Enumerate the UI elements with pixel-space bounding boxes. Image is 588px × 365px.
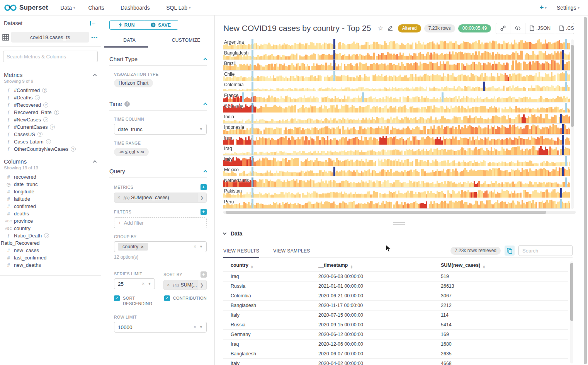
groupby-select[interactable]: country × × ▼: [114, 241, 207, 252]
horizon-row[interactable]: Iran: [223, 135, 570, 145]
column-item[interactable]: # new_deaths ?: [0, 261, 101, 269]
help-icon[interactable]: ?: [42, 88, 47, 93]
settings-menu[interactable]: Settings ▾: [557, 5, 580, 11]
table-row[interactable]: Bangladesh 2020-06-07 00:00:00 2635: [223, 349, 568, 358]
expand-sortby-icon[interactable]: ❯: [197, 280, 206, 290]
help-icon[interactable]: ?: [35, 95, 40, 100]
horizon-row[interactable]: Pakistan: [223, 188, 570, 198]
horizon-row[interactable]: Colombia: [223, 81, 570, 92]
horizon-row[interactable]: Iraq: [223, 145, 570, 156]
metric-item[interactable]: ƒ #NewCases ?: [0, 116, 101, 123]
metric-item[interactable]: ƒ #Recovered ?: [0, 101, 101, 109]
horizon-row[interactable]: Peru: [223, 198, 570, 209]
dataset-name[interactable]: covid19.cases_ts: [11, 32, 89, 43]
nav-item[interactable]: SQL Lab ▾: [166, 5, 190, 11]
horizon-chart[interactable]: ArgentinaBangladeshBrazilChileColombiaFr…: [223, 39, 570, 209]
horizon-row[interactable]: Argentina: [223, 39, 570, 49]
metric-item[interactable]: ƒ Cases Latam ?: [0, 138, 101, 145]
column-item[interactable]: ƒ Ratio_Death ?: [0, 232, 101, 239]
collapse-panel-icon[interactable]: ←: [90, 21, 96, 26]
help-icon[interactable]: ?: [50, 125, 55, 130]
help-icon[interactable]: ?: [46, 139, 51, 144]
table-row[interactable]: Russia 2020-09-15 00:00:00 5414: [223, 320, 568, 329]
table-row[interactable]: Italy 2020-07-15 00:00:00 114: [223, 310, 568, 320]
column-item[interactable]: # last_confirmed ?: [0, 254, 101, 261]
chevron-up-icon[interactable]: [204, 170, 207, 174]
add-filter-plus-button[interactable]: +: [201, 209, 207, 215]
table-row[interactable]: Iraq 2020-12-06 00:00:00 1680: [223, 339, 568, 349]
nav-item[interactable]: Dashboards ▾: [121, 5, 153, 11]
col-header-country[interactable]: country▲▼: [223, 263, 318, 269]
table-row[interactable]: Bangladesh 2020-11-17 00:00:00 2212: [223, 300, 568, 310]
time-range-value[interactable]: -∞ ≤ col < ∞: [114, 148, 149, 156]
chart-vertical-scrollbar[interactable]: [571, 39, 574, 209]
horizon-row[interactable]: Netherlands: [223, 177, 570, 188]
remove-sortby-icon[interactable]: ×: [164, 282, 173, 288]
superset-logo[interactable]: Superset: [0, 3, 53, 12]
time-column-select[interactable]: date_trunc ▼: [114, 124, 207, 135]
metrics-search-input[interactable]: [7, 54, 94, 60]
results-search-input[interactable]: [518, 245, 573, 256]
metric-pill[interactable]: × ƒ(x) SUM(new_cases) ❯: [114, 193, 207, 203]
metric-item[interactable]: ƒ #CurrentCases ?: [0, 123, 101, 131]
table-row[interactable]: Italy 2020-04-02 00:00:00 4668: [223, 358, 568, 365]
viz-type-value[interactable]: Horizon Chart: [114, 79, 153, 87]
sort-icon[interactable]: ▲▼: [350, 265, 353, 269]
altered-badge[interactable]: Altered: [398, 24, 421, 32]
share-link-button[interactable]: [496, 23, 510, 34]
column-item[interactable]: # new_cases ?: [0, 247, 101, 254]
horizon-row[interactable]: Chile: [223, 71, 570, 82]
nav-item[interactable]: Charts ▾: [88, 5, 107, 11]
sort-descending-checkbox[interactable]: ✓: [114, 295, 120, 301]
tab-view-results[interactable]: VIEW RESULTS: [223, 247, 259, 257]
metric-item[interactable]: ƒ CasesUS ?: [0, 131, 101, 138]
series-limit-select[interactable]: 25 × ▼: [114, 278, 155, 289]
metric-item[interactable]: ƒ Recovered_Rate ?: [0, 109, 101, 116]
help-icon[interactable]: ?: [43, 117, 48, 122]
chevron-up-icon[interactable]: [93, 74, 97, 78]
copy-data-button[interactable]: [505, 246, 515, 256]
tab-view-samples[interactable]: VIEW SAMPLES: [273, 247, 310, 257]
horizon-row[interactable]: Indonesia: [223, 124, 570, 135]
column-item[interactable]: # latitude ?: [0, 195, 101, 203]
clear-icon[interactable]: ×: [142, 281, 144, 287]
sort-icon[interactable]: ▲▼: [483, 265, 485, 269]
table-row[interactable]: Russia 2021-01-01 00:00:00 26613: [223, 281, 568, 291]
chevron-up-icon[interactable]: [204, 103, 207, 107]
chevron-down-icon[interactable]: [223, 231, 227, 235]
col-header-timestamp[interactable]: __timestamp▲▼: [318, 263, 441, 269]
save-button[interactable]: SAVE: [144, 20, 178, 29]
info-icon[interactable]: i: [124, 101, 130, 107]
table-scrollbar[interactable]: [570, 261, 573, 363]
column-item[interactable]: ABC country ?: [0, 225, 101, 232]
column-item[interactable]: # confirmed ?: [0, 203, 101, 210]
horizon-row[interactable]: India: [223, 113, 570, 124]
clear-icon[interactable]: ×: [194, 324, 196, 330]
groupby-tag[interactable]: country ×: [118, 243, 148, 251]
add-filter-box[interactable]: + Add filter: [114, 217, 207, 228]
horizon-row[interactable]: Mexico: [223, 166, 570, 177]
column-item[interactable]: # longitude ?: [0, 188, 101, 195]
metrics-search[interactable]: [3, 51, 98, 62]
remove-metric-icon[interactable]: ×: [114, 195, 123, 200]
remove-tag-icon[interactable]: ×: [141, 244, 143, 249]
table-row[interactable]: Colombia 2020-06-21 00:00:00 3067: [223, 291, 568, 300]
horizon-row[interactable]: Bangladesh: [223, 49, 570, 60]
help-icon[interactable]: ?: [54, 110, 59, 115]
clear-icon[interactable]: ×: [194, 244, 196, 249]
column-item[interactable]: Ratio_Recovered ?: [0, 239, 101, 247]
sortby-pill[interactable]: × ƒ(x) SUM(... ❯: [163, 280, 207, 290]
row-limit-select[interactable]: 10000 × ▼: [114, 322, 207, 333]
new-item-button[interactable]: + ▾: [540, 3, 547, 12]
add-sortby-button[interactable]: +: [201, 271, 207, 278]
chevron-up-icon[interactable]: [204, 58, 207, 62]
column-item[interactable]: ◷ date_trunc ?: [0, 181, 101, 188]
tab-data[interactable]: DATA: [101, 33, 158, 47]
expand-metric-icon[interactable]: ❯: [197, 193, 206, 202]
page-scrollbar[interactable]: [583, 17, 588, 364]
metric-item[interactable]: ƒ OtherCountryNewCases ?: [0, 145, 101, 153]
horizon-row[interactable]: Italy: [223, 156, 570, 167]
horizon-row[interactable]: Germany: [223, 102, 570, 113]
export-csv-button[interactable]: .CSV: [555, 23, 574, 34]
export-json-button[interactable]: .JSON: [525, 23, 555, 34]
